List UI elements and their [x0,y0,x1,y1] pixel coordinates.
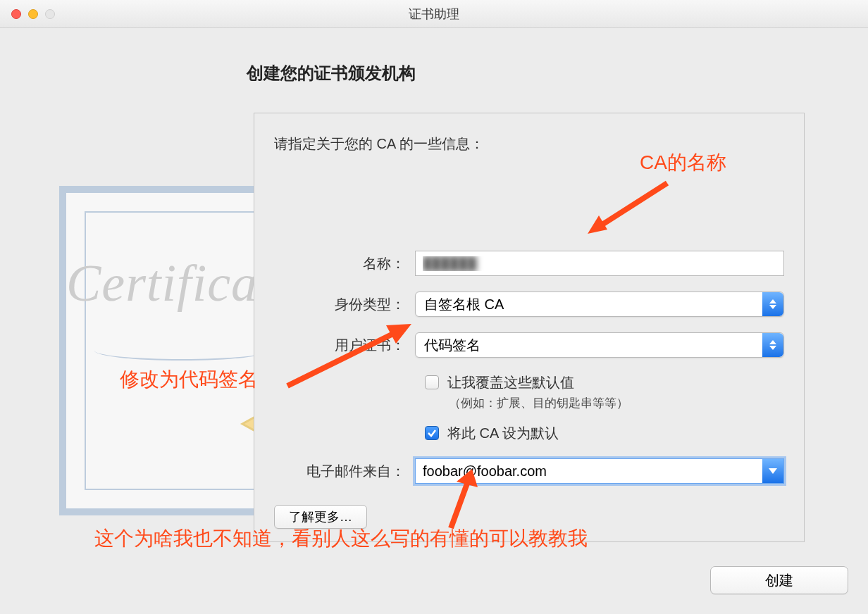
chevron-updown-icon [762,292,783,316]
page-title: 创建您的证书颁发机构 [247,62,416,84]
user-cert-label: 用户证书： [274,336,415,355]
ca-name-row: 名称： [274,251,784,276]
identity-type-select[interactable]: 自签名根 CA [415,292,784,317]
email-label: 电子邮件来自： [274,462,415,481]
override-defaults-hint: （例如：扩展、目的钥匙串等等） [449,395,628,411]
titlebar: 证书助理 [0,0,868,28]
learn-more-button[interactable]: 了解更多… [274,505,367,529]
email-combobox[interactable] [415,458,784,484]
email-row: 电子邮件来自： [274,458,784,484]
svg-marker-4 [769,340,776,344]
override-defaults-checkbox[interactable] [425,375,439,389]
override-defaults-label: 让我覆盖这些默认值 [447,373,628,392]
user-cert-select[interactable]: 代码签名 [415,332,784,358]
svg-marker-5 [769,346,776,350]
content-area: Certificate 创建您的证书颁发机构 请指定关于您的 CA 的一些信息：… [0,28,868,614]
identity-type-row: 身份类型： 自签名根 CA [274,292,784,317]
panel-subtitle: 请指定关于您的 CA 的一些信息： [274,134,784,154]
identity-type-label: 身份类型： [274,295,415,314]
user-cert-value: 代码签名 [424,336,480,355]
default-ca-label: 将此 CA 设为默认 [447,424,559,443]
override-defaults-row: 让我覆盖这些默认值 （例如：扩展、目的钥匙串等等） [425,373,784,411]
form-panel: 请指定关于您的 CA 的一些信息： 名称： 身份类型： 自签名根 CA [254,113,805,542]
identity-type-value: 自签名根 CA [424,295,504,314]
default-ca-checkbox[interactable] [425,426,439,440]
email-input[interactable] [416,459,762,483]
certificate-assistant-window: 证书助理 Certificate 创建您的证书颁发机构 请指定关于您的 CA 的… [0,0,868,614]
svg-marker-3 [769,305,776,309]
user-cert-row: 用户证书： 代码签名 [274,332,784,358]
ca-name-label: 名称： [274,254,415,273]
ca-name-input[interactable] [415,251,784,276]
create-button[interactable]: 创建 [710,566,848,594]
chevron-down-icon [762,459,783,483]
svg-marker-2 [769,299,776,303]
create-button-label: 创建 [765,571,793,590]
chevron-updown-icon [762,333,783,357]
learn-more-label: 了解更多… [289,508,352,525]
default-ca-row: 将此 CA 设为默认 [425,424,784,443]
window-title: 证书助理 [0,6,868,23]
svg-marker-6 [769,468,777,474]
